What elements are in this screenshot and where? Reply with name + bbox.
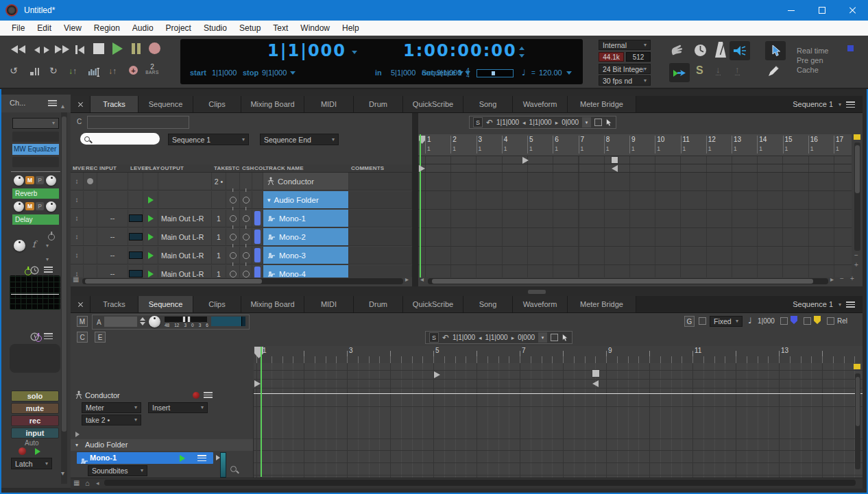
overdub-button[interactable]: ↓↑ — [108, 66, 117, 76]
transport-out-value[interactable]: 9|1|000 — [437, 69, 461, 77]
automation-play-icon[interactable] — [35, 448, 40, 455]
strip-input-button[interactable]: input — [11, 428, 59, 439]
selection-start-value[interactable]: 1|1|000 — [496, 119, 519, 126]
punch-in-marker[interactable] — [522, 157, 529, 164]
scroll-left-arrow-icon[interactable]: ◂ — [96, 480, 99, 486]
track-name-cell[interactable]: Mono-3 — [263, 247, 349, 264]
selection-memory-icon[interactable] — [551, 334, 558, 341]
return-to-start-button[interactable] — [75, 45, 84, 54]
window-close-button[interactable] — [71, 296, 91, 313]
transport-out-caret-icon[interactable] — [465, 71, 470, 75]
csh-power-icon[interactable] — [243, 215, 250, 222]
csh-power-icon[interactable] — [243, 252, 250, 259]
track-name-cell[interactable]: ▾Audio Folder — [263, 191, 349, 209]
play-enable-icon[interactable] — [180, 455, 185, 462]
move-handle-icon[interactable]: ↕ — [75, 251, 79, 259]
memory-end-marker[interactable] — [592, 380, 599, 387]
grid-snap-checkbox[interactable] — [699, 317, 706, 325]
conductor-take-select[interactable]: take 2 •▾ — [82, 415, 141, 425]
load-up-button[interactable]: ↑ — [735, 64, 740, 75]
menu-view[interactable]: View — [58, 21, 88, 36]
slide-button[interactable] — [30, 68, 39, 75]
window-divider-handle[interactable] — [528, 290, 546, 294]
vscroll-thumb[interactable] — [856, 377, 860, 426]
stc-power-icon[interactable] — [230, 197, 237, 203]
tab-midi[interactable]: MIDI — [304, 296, 354, 313]
hscroll-left-arrow-icon[interactable]: ◂ — [420, 276, 424, 283]
close-button[interactable] — [837, 0, 868, 21]
menu-window[interactable]: Window — [294, 21, 336, 36]
track-color-swatch[interactable] — [254, 248, 261, 262]
stc-power-icon[interactable] — [230, 215, 237, 222]
tracklist-scroll-icon[interactable]: ▦ — [73, 276, 79, 283]
track-view-select[interactable]: Soundbites▾ — [88, 465, 147, 476]
window-sequence-label[interactable]: Sequence 1 — [793, 300, 833, 308]
track-row-audio-folder[interactable]: ↕▾Audio Folder — [71, 191, 412, 210]
output-value[interactable]: Main Out L-R — [161, 251, 204, 260]
folder-collapse-caret[interactable]: ▾ — [75, 442, 78, 448]
zoom-scale-handle[interactable] — [182, 316, 186, 323]
selection-caret-button[interactable]: ▾ — [538, 332, 547, 343]
selection-memory-icon[interactable] — [594, 119, 602, 126]
move-handle-icon[interactable]: ↕ — [75, 233, 79, 240]
smpte-up-caret-icon[interactable] — [519, 47, 525, 50]
sidebar-scroll-thumb[interactable] — [62, 116, 67, 432]
send-name-reverb[interactable]: Reverb — [12, 188, 59, 199]
home-view-icon[interactable]: ⌂ — [85, 479, 90, 487]
menu-setup[interactable]: Setup — [233, 21, 267, 36]
selection-s-button[interactable]: S — [473, 117, 483, 127]
chevron-down-icon[interactable]: ▾ — [839, 302, 841, 308]
main-counter-caret-icon[interactable] — [352, 51, 357, 54]
memory-cycle-button[interactable]: ↻ — [49, 65, 58, 76]
tab-drum[interactable]: Drum — [354, 296, 403, 313]
scroll-yellow-marker[interactable] — [854, 364, 860, 369]
hscroll-thumb[interactable] — [85, 279, 262, 284]
sequence-start-select[interactable]: Sequence 1▾ — [168, 134, 249, 145]
transport-start-value[interactable]: 1|1|000 — [212, 69, 237, 77]
dynamics-graph[interactable] — [10, 344, 60, 373]
take-value[interactable]: 2 • — [215, 177, 223, 186]
marker-strip-button[interactable]: M — [77, 316, 88, 327]
track-row-mono-1[interactable]: ↕--Main Out L-R1Mono-1 — [71, 210, 412, 228]
input-value[interactable]: -- — [110, 251, 115, 259]
input-value[interactable]: -- — [110, 233, 115, 240]
selection-caret-button[interactable]: ▾ — [582, 117, 591, 127]
selection-end-value[interactable]: 1|1|000 — [529, 119, 552, 126]
sidebar-scroll-up-icon[interactable]: ▴ — [61, 103, 64, 110]
window-menu-icon[interactable] — [846, 101, 855, 108]
play-enable-icon[interactable] — [148, 197, 154, 203]
hscroll-thumb[interactable] — [432, 279, 813, 284]
countoff-plus-button[interactable]: + — [129, 66, 138, 75]
track-name-cell[interactable]: Mono-1 — [263, 210, 349, 227]
track-name-cell[interactable]: Conductor — [263, 173, 349, 190]
menu-text[interactable]: Text — [267, 21, 294, 36]
step-back-button[interactable] — [34, 47, 40, 53]
selection-start-value[interactable]: 1|1|000 — [453, 334, 475, 341]
insert-slot-eq[interactable]: MW Equalizer — [12, 144, 59, 155]
move-handle-icon[interactable]: ↕ — [75, 177, 79, 185]
zoom-scale-slider[interactable] — [165, 317, 207, 322]
audio-monitor-button[interactable] — [730, 41, 750, 60]
input-value[interactable]: -- — [110, 214, 115, 222]
track-height-slider[interactable] — [211, 317, 245, 326]
zoom-knob[interactable] — [149, 316, 160, 328]
selection-length-value[interactable]: 0|000 — [562, 119, 579, 126]
sample-rate-field[interactable]: 44.1k — [599, 52, 624, 62]
conductor-param-right-select[interactable]: Insert▾ — [148, 402, 208, 413]
stc-power-icon[interactable] — [230, 252, 237, 259]
folder-collapse-caret[interactable]: ▾ — [267, 197, 271, 203]
send-knob[interactable] — [14, 201, 24, 212]
chevron-down-icon[interactable]: ▾ — [839, 102, 841, 108]
minimize-button[interactable] — [775, 0, 806, 21]
track-height-handle[interactable] — [241, 317, 245, 326]
load-down-button[interactable]: ↓ — [716, 64, 721, 75]
fast-forward-button[interactable] — [55, 45, 69, 53]
buffer-size-field[interactable]: 512 — [626, 52, 651, 62]
send-knob[interactable] — [46, 201, 56, 212]
track-name-cell[interactable]: Mono-2 — [263, 228, 349, 246]
stc-power-icon[interactable] — [230, 271, 237, 277]
tab-clips[interactable]: Clips — [193, 296, 241, 313]
output-value[interactable]: Main Out L-R — [161, 233, 204, 241]
titlebar[interactable]: Untitled* — [0, 0, 868, 21]
automation-mode-select[interactable]: Latch▾ — [11, 458, 52, 469]
